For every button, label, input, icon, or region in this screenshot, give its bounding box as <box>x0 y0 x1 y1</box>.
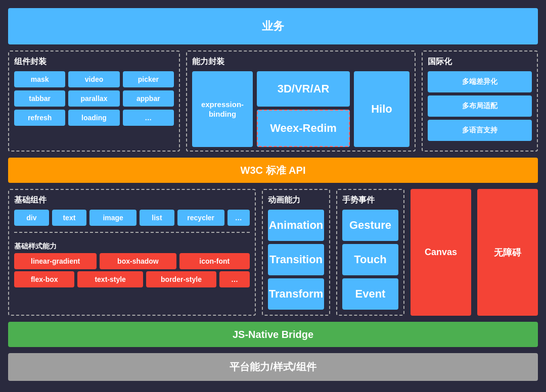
w3c-label: W3C 标准 API <box>241 164 306 177</box>
canvas-label: Canvas <box>425 247 457 258</box>
wuzhang-label: 无障碍 <box>494 247 521 259</box>
zujian-panel: 组件封装 mask video picker tabbar parallax a… <box>8 51 180 152</box>
tag-event: Event <box>342 278 398 310</box>
tag-textstyle: text-style <box>77 271 143 287</box>
guoji-title: 国际化 <box>428 57 532 67</box>
tag-boxshadow: box-shadow <box>100 253 176 269</box>
style-row1: linear-gradient box-shadow icon-font <box>14 253 250 269</box>
tag-animation: Animation <box>268 210 324 241</box>
tag-text: text <box>52 210 87 226</box>
yewu-label: 业务 <box>262 19 284 34</box>
donghua-title: 动画能力 <box>268 195 324 206</box>
tag-borderstyle: border-style <box>146 271 216 287</box>
nengli-panel: 能力封装 expression-binding 3D/VR/AR Weex-Re… <box>186 51 416 152</box>
tag-transition: Transition <box>268 244 324 275</box>
tag-flexbox: flex-box <box>14 271 74 287</box>
tag-image: image <box>89 210 136 226</box>
tag-touch: Touch <box>342 244 398 275</box>
jichuzujian-title: 基础组件 <box>14 195 250 206</box>
yewu-block: 业务 <box>8 8 538 44</box>
tag-tabbar: tabbar <box>14 90 65 107</box>
page-wrapper: 业务 组件封装 mask video picker tabbar paralla… <box>8 8 538 381</box>
donghua-panel: 动画能力 Animation Transition Transform <box>262 189 330 316</box>
tag-picker: picker <box>123 71 174 87</box>
hilo-label: Hilo <box>354 71 410 147</box>
tag-linear: linear-gradient <box>14 253 97 269</box>
block-weex: Weex-Redim <box>257 110 350 147</box>
w3c-block: W3C 标准 API <box>8 158 538 183</box>
shoushu-title: 手势事件 <box>342 195 398 206</box>
tag-parallax: parallax <box>68 90 119 107</box>
bottom-left-inner: 基础组件 div text image list recycler … 基础样式… <box>14 195 250 289</box>
tag-list: list <box>140 210 174 226</box>
hilo-block: Hilo <box>354 71 410 147</box>
tag-iconfont: icon-font <box>179 253 250 269</box>
style-row2: flex-box text-style border-style … <box>14 271 250 287</box>
basic-comp-row: div text image list recycler … <box>14 210 250 226</box>
tag-recycler: recycler <box>177 210 224 226</box>
tag-loading: loading <box>68 110 119 126</box>
platform-label: 平台能力/样式/组件 <box>230 360 316 374</box>
canvas-block: Canvas <box>411 189 471 316</box>
platform-block: 平台能力/样式/组件 <box>8 353 538 381</box>
tag-duobuju: 多布局适配 <box>428 95 532 117</box>
tag-dots1: … <box>123 110 174 126</box>
bottom-row: 基础组件 div text image list recycler … 基础样式… <box>8 189 538 316</box>
expression-block: expression-binding <box>192 71 253 147</box>
bridge-block: JS-Native Bridge <box>8 322 538 347</box>
tag-video: video <box>68 71 119 87</box>
wuzhang-block: 无障碍 <box>477 189 538 316</box>
expression-label: expression-binding <box>192 71 253 147</box>
guoji-grid: 多端差异化 多布局适配 多语言支持 <box>428 71 532 141</box>
anim-inner: Animation Transition Transform <box>268 210 324 310</box>
tag-refresh: refresh <box>14 110 65 126</box>
tag-appbar: appbar <box>123 90 174 107</box>
tag-duoyuyan: 多语言支持 <box>428 120 532 141</box>
tag-duoduan: 多端差异化 <box>428 71 532 92</box>
shoushu-panel: 手势事件 Gesture Touch Event <box>336 189 404 316</box>
tag-div: div <box>14 210 49 226</box>
tag-dots2: … <box>228 210 250 226</box>
separator <box>14 232 250 233</box>
tag-dots3: … <box>219 271 250 287</box>
jichuyanshi-title: 基础样式能力 <box>14 242 250 251</box>
guoji-panel: 国际化 多端差异化 多布局适配 多语言支持 <box>422 51 538 152</box>
jichuzujian-section: 基础组件 div text image list recycler … <box>14 195 250 226</box>
nengli-inner: expression-binding 3D/VR/AR Weex-Redim H… <box>192 71 410 147</box>
tag-mask: mask <box>14 71 65 87</box>
zujian-title: 组件封装 <box>14 57 174 67</box>
nengli-title: 能力封装 <box>192 57 410 67</box>
zujian-grid: mask video picker tabbar parallax appbar… <box>14 71 174 126</box>
gesture-inner: Gesture Touch Event <box>342 210 398 310</box>
tag-gesture: Gesture <box>342 210 398 241</box>
bridge-label: JS-Native Bridge <box>233 329 313 340</box>
block-3dvrar: 3D/VR/AR <box>257 71 350 107</box>
tag-transform: Transform <box>268 278 324 310</box>
right-side-pair: Canvas 无障碍 <box>411 189 538 316</box>
bottom-left-panel: 基础组件 div text image list recycler … 基础样式… <box>8 189 256 316</box>
panels-row: 组件封装 mask video picker tabbar parallax a… <box>8 51 538 152</box>
jichuyanshi-section: 基础样式能力 linear-gradient box-shadow icon-f… <box>14 239 250 289</box>
mid-center-blocks: 3D/VR/AR Weex-Redim <box>257 71 350 147</box>
